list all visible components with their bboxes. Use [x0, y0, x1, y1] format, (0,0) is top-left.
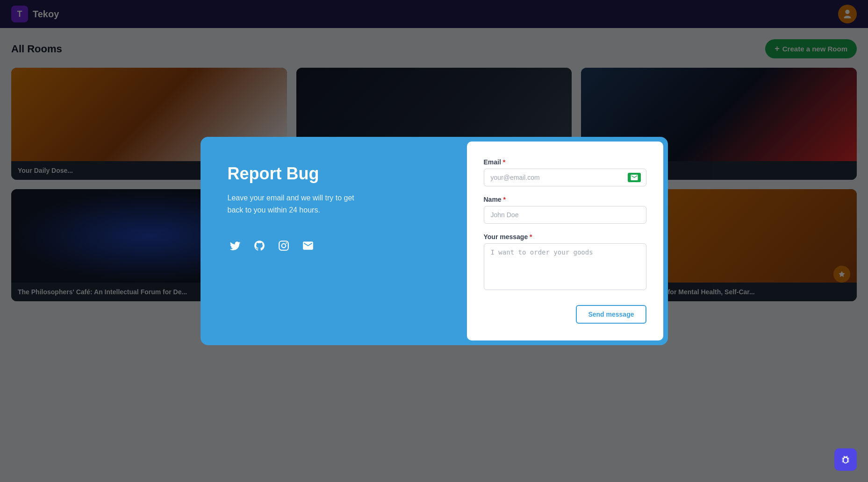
message-form-group: Your message *: [484, 233, 646, 292]
name-form-group: Name *: [484, 196, 646, 224]
modal-left: Report Bug Leave your email and we will …: [205, 142, 467, 340]
bug-report-button[interactable]: [834, 448, 857, 471]
modal-title: Report Bug: [228, 164, 445, 184]
email-form-group: Email *: [484, 158, 646, 186]
report-bug-modal: Report Bug Leave your email and we will …: [201, 137, 668, 345]
message-label: Your message *: [484, 233, 646, 241]
bug-icon: [840, 454, 851, 465]
message-textarea[interactable]: [484, 243, 646, 290]
email-icon: [628, 173, 641, 182]
modal-description: Leave your email and we will try to get …: [228, 192, 368, 216]
modal-form: Email * Name *: [467, 142, 663, 340]
email-social-icon[interactable]: [301, 238, 316, 253]
name-input[interactable]: [484, 206, 646, 224]
modal-overlay[interactable]: Report Bug Leave your email and we will …: [0, 0, 868, 482]
name-label: Name *: [484, 196, 646, 203]
email-wrapper: [484, 169, 646, 186]
twitter-icon[interactable]: [228, 238, 243, 253]
email-label: Email *: [484, 158, 646, 166]
social-icons: [228, 238, 445, 253]
instagram-icon[interactable]: [276, 238, 291, 253]
github-icon[interactable]: [252, 238, 267, 253]
send-message-button[interactable]: Send message: [576, 305, 646, 324]
email-input[interactable]: [484, 169, 646, 186]
